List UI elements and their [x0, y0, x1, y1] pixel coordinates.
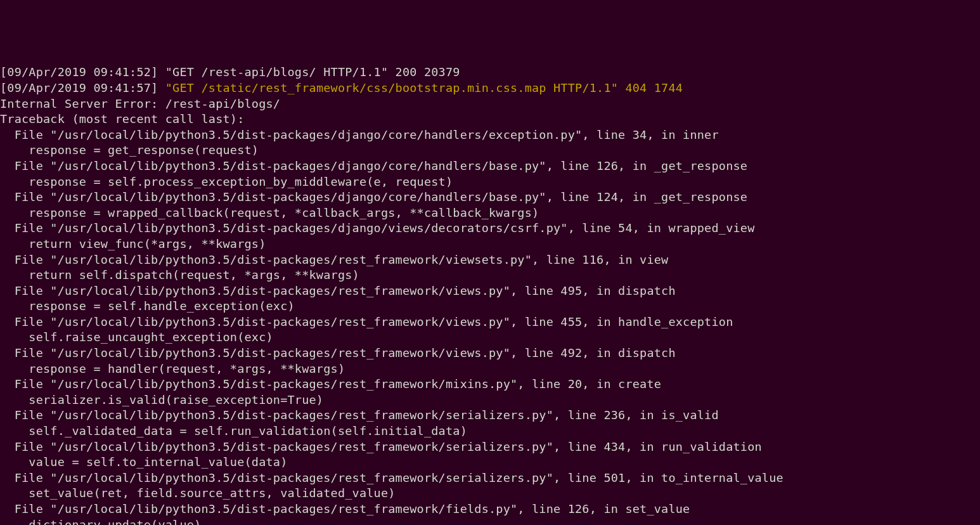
- log-line: return view_func(*args, **kwargs): [0, 237, 980, 252]
- log-line: response = handler(request, *args, **kwa…: [0, 361, 980, 377]
- log-line: File "/usr/local/lib/python3.5/dist-pack…: [0, 470, 980, 486]
- log-line: Traceback (most recent call last):: [0, 112, 980, 127]
- log-line: File "/usr/local/lib/python3.5/dist-pack…: [0, 127, 980, 143]
- log-line: dictionary.update(value): [0, 517, 980, 525]
- log-line: File "/usr/local/lib/python3.5/dist-pack…: [0, 502, 980, 517]
- log-timestamp: [09/Apr/2019 09:41:57]: [0, 81, 165, 94]
- log-line: return self.dispatch(request, *args, **k…: [0, 268, 980, 283]
- log-line: File "/usr/local/lib/python3.5/dist-pack…: [0, 190, 980, 205]
- log-line: response = wrapped_callback(request, *ca…: [0, 205, 980, 221]
- log-line: response = self.process_exception_by_mid…: [0, 174, 980, 190]
- log-request-highlight: "GET /static/rest_framework/css/bootstra…: [165, 81, 683, 94]
- log-line: Internal Server Error: /rest-api/blogs/: [0, 96, 980, 112]
- log-line: value = self.to_internal_value(data): [0, 455, 980, 470]
- log-line: File "/usr/local/lib/python3.5/dist-pack…: [0, 314, 980, 330]
- log-line: [09/Apr/2019 09:41:57] "GET /static/rest…: [0, 81, 980, 96]
- log-line: self.raise_uncaught_exception(exc): [0, 330, 980, 346]
- log-line: response = self.handle_exception(exc): [0, 299, 980, 314]
- log-line: File "/usr/local/lib/python3.5/dist-pack…: [0, 377, 980, 392]
- log-line: serializer.is_valid(raise_exception=True…: [0, 392, 980, 408]
- log-line: File "/usr/local/lib/python3.5/dist-pack…: [0, 252, 980, 268]
- log-line: File "/usr/local/lib/python3.5/dist-pack…: [0, 408, 980, 424]
- log-line: File "/usr/local/lib/python3.5/dist-pack…: [0, 346, 980, 361]
- log-line: File "/usr/local/lib/python3.5/dist-pack…: [0, 159, 980, 174]
- log-line: File "/usr/local/lib/python3.5/dist-pack…: [0, 283, 980, 299]
- log-line: set_value(ret, field.source_attrs, valid…: [0, 486, 980, 502]
- log-line: self._validated_data = self.run_validati…: [0, 424, 980, 439]
- log-line: [09/Apr/2019 09:41:52] "GET /rest-api/bl…: [0, 65, 980, 81]
- log-line: File "/usr/local/lib/python3.5/dist-pack…: [0, 439, 980, 455]
- terminal-output[interactable]: [09/Apr/2019 09:41:52] "GET /rest-api/bl…: [0, 65, 980, 525]
- log-line: response = get_response(request): [0, 143, 980, 159]
- log-line: File "/usr/local/lib/python3.5/dist-pack…: [0, 221, 980, 237]
